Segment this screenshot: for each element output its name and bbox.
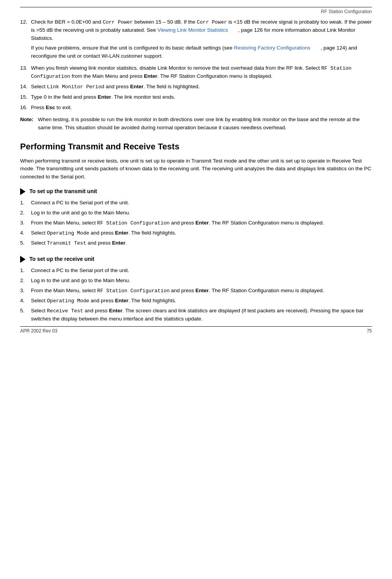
footer-right: 75 <box>367 328 372 334</box>
list-num: 1. <box>20 267 31 275</box>
list-num: 15. <box>20 93 31 101</box>
list-item: 14. Select Link Monitor Period and press… <box>20 83 372 91</box>
code-inline: Transmit Test <box>47 240 86 246</box>
section-intro: When performing transmit or receive test… <box>20 157 372 182</box>
list-content: Select Transmit Test and press Enter. <box>31 239 372 247</box>
list-num: 12. <box>20 18 31 26</box>
list-num: 4. <box>20 297 31 305</box>
note-block: Note: When testing, it is possible to ru… <box>20 116 372 132</box>
list-item: 4. Select Operating Mode and press Enter… <box>20 229 372 237</box>
list-item: 4. Select Operating Mode and press Enter… <box>20 297 372 305</box>
list-num: 3. <box>20 287 31 295</box>
subsection-receive: To set up the receive unit <box>20 255 372 264</box>
list-num: 5. <box>20 307 31 315</box>
bold-enter: Enter <box>195 288 209 293</box>
header-rule <box>20 7 372 7</box>
transmit-list: 1. Connect a PC to the Serial port of th… <box>20 199 372 247</box>
list-content: From the Main Menu, select RF Station Co… <box>31 219 372 227</box>
code-inline: Link Monitor Period <box>47 84 104 90</box>
list-item: 12. Check for BER = 0.0E+00 and Corr Pow… <box>20 18 372 62</box>
code-inline: Corr Power <box>197 19 227 25</box>
list-content: Select Operating Mode and press Enter. T… <box>31 297 372 305</box>
bold-enter: Enter <box>195 220 209 226</box>
list-num: 2. <box>20 277 31 285</box>
code-inline: Operating Mode <box>47 298 89 304</box>
note-label: Note: <box>20 116 38 124</box>
subsection-title: To set up the receive unit <box>29 255 94 264</box>
list-content: Select Receive Test and press Enter. The… <box>31 307 372 323</box>
link-restoring[interactable]: Restoring Factory Configurations <box>234 45 310 51</box>
list-num: 4. <box>20 229 31 237</box>
list-content: Log in to the unit and go to the Main Me… <box>31 277 372 285</box>
list-num: 13. <box>20 64 31 72</box>
list-num: 5. <box>20 239 31 247</box>
list-num: 1. <box>20 199 31 207</box>
note-content: When testing, it is possible to run the … <box>38 116 372 132</box>
list-content: Log in to the unit and go to the Main Me… <box>31 209 372 217</box>
arrow-icon <box>20 256 26 263</box>
list-num: 2. <box>20 209 31 217</box>
code-inline: RF Station Configuration <box>31 65 351 79</box>
bold-enter: Enter <box>115 230 128 236</box>
arrow-icon <box>20 188 26 195</box>
list-num: 16. <box>20 104 31 112</box>
page-header: RF Station Configuration <box>20 9 372 14</box>
list-item: 15. Type 0 in the field and press Enter.… <box>20 93 372 101</box>
link-viewing[interactable]: APR 2002 Rev 03Viewing Link Monitor Stat… <box>157 27 228 33</box>
bold-enter: Enter <box>109 308 123 313</box>
list-content: Connect a PC to the Serial port of the u… <box>31 199 372 207</box>
code-inline: Operating Mode <box>47 230 89 236</box>
receive-list: 1. Connect a PC to the Serial port of th… <box>20 267 372 323</box>
page: RF Station Configuration 12. Check for B… <box>0 0 392 341</box>
list-item: 13. When you finish viewing link monitor… <box>20 64 372 81</box>
page-header-title: RF Station Configuration <box>321 9 372 14</box>
bold-enter: Enter <box>115 298 128 303</box>
list-content: Check for BER = 0.0E+00 and Corr Power b… <box>31 18 372 62</box>
list-item: 1. Connect a PC to the Serial port of th… <box>20 199 372 207</box>
page-footer: APR 2002 Rev 03 75 <box>20 326 372 334</box>
code-inline: Corr Power <box>103 19 133 25</box>
list-content: Select Link Monitor Period and press Ent… <box>31 83 372 91</box>
list-item: 2. Log in to the unit and go to the Main… <box>20 277 372 285</box>
list-content: Type 0 in the field and press Enter. The… <box>31 93 372 101</box>
section-title: Performing Transmit and Receive Tests <box>20 141 372 152</box>
list-content: Connect a PC to the Serial port of the u… <box>31 267 372 275</box>
list-item: 16. Press Esc to exit. <box>20 104 372 112</box>
code-inline: Receive Test <box>47 308 83 314</box>
bold-enter: Enter <box>144 73 157 79</box>
bold-esc: Esc <box>46 104 55 110</box>
subsection-title: To set up the transmit unit <box>29 187 97 196</box>
list-num: 14. <box>20 83 31 91</box>
list-content: Select Operating Mode and press Enter. T… <box>31 229 372 237</box>
list-item: 2. Log in to the unit and go to the Main… <box>20 209 372 217</box>
list-content: When you finish viewing link monitor sta… <box>31 64 372 81</box>
subsection-transmit: To set up the transmit unit <box>20 187 372 196</box>
bold-enter: Enter <box>130 84 144 89</box>
list-num: 3. <box>20 219 31 227</box>
bold-enter: Enter <box>98 94 111 100</box>
content: 12. Check for BER = 0.0E+00 and Corr Pow… <box>20 18 372 323</box>
footer-left: APR 2002 Rev 03 <box>20 328 57 334</box>
para: Check for BER = 0.0E+00 and Corr Power b… <box>31 18 372 43</box>
main-list: 12. Check for BER = 0.0E+00 and Corr Pow… <box>20 18 372 112</box>
list-item: 3. From the Main Menu, select RF Station… <box>20 219 372 227</box>
list-item: 5. Select Transmit Test and press Enter. <box>20 239 372 247</box>
list-item: 1. Connect a PC to the Serial port of th… <box>20 267 372 275</box>
list-item: 3. From the Main Menu, select RF Station… <box>20 287 372 295</box>
list-item: 5. Select Receive Test and press Enter. … <box>20 307 372 323</box>
bold-enter: Enter <box>112 240 126 246</box>
list-content: Press Esc to exit. <box>31 104 372 112</box>
code-inline: RF Station Configuration <box>97 288 169 294</box>
code-inline: RF Station Configuration <box>97 220 169 226</box>
list-content: From the Main Menu, select RF Station Co… <box>31 287 372 295</box>
para: If you have problems, ensure that the un… <box>31 44 372 60</box>
